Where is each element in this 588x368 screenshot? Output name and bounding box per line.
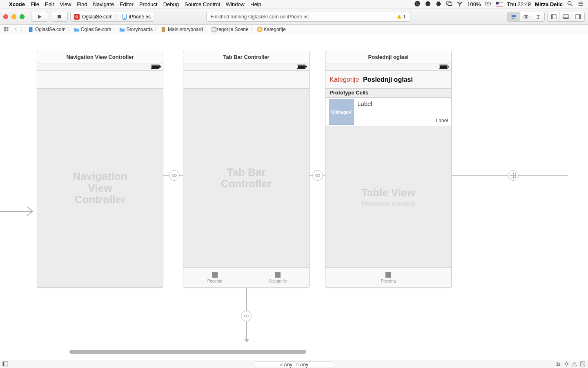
navigation-bar[interactable]: Kategorije Poslednji oglasi — [325, 71, 451, 89]
device-icon — [122, 14, 127, 20]
scheme-app-icon: O — [74, 14, 80, 20]
scene-title: Navigation View Controller — [37, 51, 163, 63]
dnd-icon[interactable] — [425, 0, 431, 8]
svg-point-7 — [568, 2, 571, 5]
window-minimize-button[interactable] — [11, 14, 16, 19]
menu-source-control[interactable]: Source Control — [185, 1, 220, 7]
menu-editor[interactable]: Editor — [120, 1, 134, 7]
nav-back-label[interactable]: Kategorije — [330, 76, 359, 83]
svg-rect-16 — [511, 16, 516, 17]
scheme-selector[interactable]: O OglasiSe.com 〉 iPhone 5s — [70, 12, 154, 22]
crumb-group[interactable]: OglasiSe.com — [73, 27, 113, 32]
wifi-icon[interactable] — [457, 0, 463, 8]
crumb-file[interactable]: Main.storyboard — [160, 27, 204, 32]
menu-window[interactable]: Window — [226, 1, 245, 7]
toggle-outline-button[interactable] — [2, 362, 8, 368]
tab-pocetna[interactable]: Pocetna — [325, 268, 451, 287]
window-zoom-button[interactable] — [20, 14, 24, 19]
window-close-button[interactable] — [3, 14, 8, 19]
menu-edit[interactable]: Edit — [45, 1, 54, 7]
scene-poslednji-oglasi[interactable]: Poslednji oglasi Kategorije Poslednji og… — [325, 51, 452, 288]
displays-icon[interactable] — [446, 0, 452, 8]
resolve-issues-button[interactable] — [572, 361, 577, 368]
canvas-bottom-bar: wAny hAny — [0, 361, 588, 368]
window-controls — [3, 14, 24, 19]
notification-center-icon[interactable] — [577, 0, 584, 8]
scene-navigation-controller[interactable]: Navigation View Controller Navigation Vi… — [37, 51, 163, 288]
spotlight-icon[interactable] — [567, 0, 573, 8]
nav-forward-button[interactable]: 〉 — [19, 26, 27, 33]
viber-icon[interactable] — [414, 0, 421, 8]
svg-rect-13 — [399, 16, 399, 17]
input-flag-icon[interactable] — [496, 2, 503, 7]
stop-button[interactable] — [51, 12, 68, 22]
panel-visibility-segmented[interactable] — [547, 12, 585, 22]
crumb-storyboards[interactable]: Storyboards — [118, 27, 154, 32]
battery-icon[interactable] — [485, 0, 492, 8]
pin-button[interactable] — [564, 361, 569, 368]
run-button[interactable] — [31, 12, 48, 22]
svg-rect-17 — [511, 18, 514, 18]
tab-kategorije[interactable]: Kategorije — [246, 268, 309, 287]
tab-pocetna[interactable]: Pocetna — [183, 268, 246, 287]
menu-file[interactable]: File — [31, 1, 39, 7]
segue-relationship-icon[interactable] — [312, 170, 323, 181]
scene-status-bar — [37, 63, 163, 71]
menu-navigate[interactable]: Navigate — [93, 1, 114, 7]
crumb-project[interactable]: OglasiSe.com — [27, 27, 67, 32]
toggle-navigator-button[interactable] — [548, 12, 560, 21]
menu-find[interactable]: Find — [77, 1, 87, 7]
segue-relationship-icon[interactable] — [241, 311, 252, 321]
segue-root-icon[interactable] — [169, 170, 180, 181]
svg-rect-26 — [4, 27, 6, 28]
resizing-button[interactable] — [580, 361, 586, 368]
battery-percent: 100% — [467, 1, 481, 7]
canvas-scrollbar-horizontal[interactable] — [69, 350, 306, 354]
align-button[interactable] — [555, 361, 561, 368]
svg-line-8 — [571, 4, 572, 6]
scene-status-bar — [183, 63, 309, 71]
scene-ghost-label: Tab Bar Controller — [215, 166, 278, 190]
svg-rect-3 — [448, 3, 452, 6]
cell-label-secondary[interactable]: Label — [436, 118, 448, 123]
uiimageview-placeholder[interactable]: UIImageV — [329, 99, 354, 125]
related-items-button[interactable] — [2, 26, 11, 33]
menu-app-name[interactable]: Xcode — [9, 1, 25, 7]
tab-item-icon — [275, 272, 281, 278]
scene-title: Tab Bar Controller — [183, 51, 309, 63]
svg-rect-31 — [162, 27, 165, 31]
svg-rect-28 — [4, 29, 6, 31]
menu-product[interactable]: Product — [139, 1, 158, 7]
menu-view[interactable]: View — [60, 1, 71, 7]
standard-editor-button[interactable] — [508, 12, 520, 21]
svg-point-1 — [425, 1, 430, 6]
svg-point-35 — [174, 174, 176, 176]
svg-rect-12 — [58, 15, 61, 18]
jump-bar: 〈 〉 OglasiSe.com〉 OglasiSe.com〉 Storyboa… — [0, 25, 588, 34]
prototype-cell[interactable]: UIImageV Label Label — [325, 98, 451, 126]
editor-mode-segmented[interactable] — [507, 12, 545, 22]
svg-rect-29 — [7, 29, 8, 31]
tab-bar: Pocetna Kategorije — [183, 267, 309, 287]
menu-debug[interactable]: Debug — [163, 1, 179, 7]
size-class-control[interactable]: wAny hAny — [255, 361, 333, 368]
nav-back-button[interactable]: 〈 — [11, 26, 19, 33]
activity-viewer[interactable]: Finished running OglasiSe.com on iPhone … — [206, 12, 410, 22]
scene-tab-bar-controller[interactable]: Tab Bar Controller Tab Bar Controller Po… — [183, 51, 310, 288]
svg-rect-30 — [29, 27, 33, 31]
toggle-debug-button[interactable] — [560, 12, 572, 21]
svg-point-38 — [244, 315, 246, 317]
menubar-clock[interactable]: Thu 22:49 — [507, 1, 531, 7]
menu-help[interactable]: Help — [250, 1, 261, 7]
assistant-editor-button[interactable] — [520, 12, 532, 21]
cell-label-primary[interactable]: Label — [357, 100, 372, 107]
gdrive-icon[interactable] — [435, 0, 442, 8]
version-editor-button[interactable] — [532, 12, 544, 21]
toggle-utilities-button[interactable] — [572, 12, 584, 21]
crumb-scene[interactable]: Kategorije Scene — [210, 27, 249, 32]
menubar-user[interactable]: Mirza Delic — [535, 1, 563, 7]
scheme-device: iPhone 5s — [129, 14, 151, 20]
crumb-object[interactable]: OKategorije — [256, 27, 287, 32]
segue-show-icon[interactable] — [508, 170, 519, 181]
storyboard-canvas[interactable]: Navigation View Controller Navigation Vi… — [0, 34, 588, 361]
